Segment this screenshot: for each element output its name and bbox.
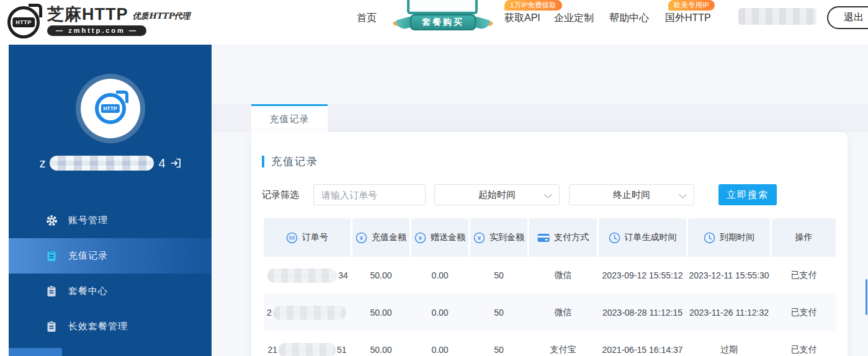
start-time-value: 起始时间: [478, 189, 516, 201]
badge-foreign-ip: 欧美专用IP: [668, 0, 715, 11]
main-content: 充值记录 充值记录 记录筛选 起始时间 终止时间 立即搜索: [212, 45, 868, 356]
end-time-select[interactable]: 终止时间: [569, 184, 694, 205]
avatar-ring: HTTP: [76, 74, 145, 143]
filter-label: 记录筛选: [262, 189, 299, 201]
sidebar-item-label: 账号管理: [68, 215, 108, 226]
credit-card-icon: [537, 233, 550, 243]
gear-icon: [45, 214, 58, 227]
end-time-value: 终止时间: [613, 189, 650, 201]
cell-recharge: 50.00: [352, 331, 409, 356]
cell-created: 2021-06-15 16:14:37: [599, 331, 686, 356]
col-label: 赠送金额: [431, 232, 465, 243]
cell-expire: 2023-11-26 11:12:32: [688, 294, 770, 331]
brand-logo-http-label: HTTP: [12, 17, 35, 27]
scrollbar-thumb[interactable]: [866, 279, 867, 315]
brand-domain: — zmhttp.com —: [47, 25, 146, 36]
order-prefix: 2: [267, 308, 272, 318]
username-prefix: z: [39, 156, 45, 171]
cell-gift: 0.00: [411, 331, 468, 356]
logout-button[interactable]: 退出: [827, 6, 868, 29]
cell-order-number: 21 51: [264, 331, 351, 356]
col-label: 实到金额: [490, 232, 524, 243]
order-prefix: 21: [267, 345, 277, 355]
barcode-circle-icon: [286, 232, 298, 244]
nav-get-api[interactable]: 获取API: [504, 12, 540, 25]
sidebar-item-label: 长效套餐管理: [68, 321, 128, 332]
order-number-input[interactable]: [313, 184, 426, 205]
col-created-time: 订单生成时间: [599, 218, 686, 257]
col-order-number: 订单号: [264, 218, 351, 257]
cell-received: 50: [470, 257, 527, 294]
section-title: 充值记录: [271, 154, 318, 169]
col-recharge-amount: ¥ 充值金额: [352, 218, 409, 257]
chevron-down-icon: [544, 190, 552, 198]
col-label: 充值金额: [372, 232, 406, 243]
nav-package-purchase[interactable]: 套餐购买: [410, 14, 476, 30]
cell-status: 已支付: [772, 257, 836, 294]
cell-order-number: 2: [264, 294, 351, 331]
cell-method: 微信: [529, 294, 597, 331]
sidebar-item-longterm-packages[interactable]: 长效套餐管理: [9, 309, 212, 344]
document-icon: [45, 321, 58, 332]
filter-row: 记录筛选 起始时间 终止时间 立即搜索: [262, 184, 835, 205]
order-suffix: 34: [338, 270, 348, 280]
order-number-blurred: [267, 269, 337, 283]
nav-help-center[interactable]: 帮助中心: [609, 12, 649, 25]
sidebar-menu: 账号管理 充值记录 套餐中心: [9, 203, 212, 344]
tab-recharge-records[interactable]: 充值记录: [251, 104, 328, 132]
badge-free-ip: 1万IP免费提取: [504, 0, 562, 11]
start-time-select[interactable]: 起始时间: [434, 184, 560, 205]
brand-logo-icon: HTTP: [7, 6, 40, 38]
col-label: 操作: [795, 232, 813, 243]
svg-text:¥: ¥: [419, 234, 423, 241]
cell-method: 微信: [529, 257, 597, 294]
brand-name: 芝麻HTTP: [47, 5, 128, 24]
brand-logo[interactable]: HTTP 芝麻HTTP 优质HTTP代理 — zmhttp.com —: [7, 5, 190, 38]
sidebar-partial-item: [9, 348, 62, 356]
yen-circle-icon: ¥: [356, 232, 367, 244]
username-blurred: [50, 156, 154, 171]
col-label: 订单生成时间: [625, 232, 677, 243]
card-title-row: 充值记录: [262, 154, 318, 169]
cell-received: 50: [470, 294, 527, 331]
document-icon: [45, 285, 58, 297]
avatar: HTTP: [81, 79, 140, 138]
brand-text-block: 芝麻HTTP 优质HTTP代理 — zmhttp.com —: [47, 5, 190, 38]
nav-foreign-http[interactable]: 国外HTTP: [665, 12, 711, 25]
col-label: 订单号: [302, 232, 328, 243]
sidebar-item-account[interactable]: 账号管理: [9, 203, 212, 238]
sidebar-item-label: 套餐中心: [68, 285, 108, 297]
table-header-row: 订单号 ¥ 充值金额 ¥: [264, 218, 836, 257]
brand-tagline: 优质HTTP代理: [133, 11, 190, 24]
col-gift-amount: ¥ 赠送金额: [411, 218, 468, 257]
sidebar-user-row: z 4: [9, 156, 212, 171]
logout-icon[interactable]: [170, 158, 181, 168]
cell-gift: 0.00: [411, 257, 468, 294]
nav-home[interactable]: 首页: [357, 12, 377, 25]
svg-text:¥: ¥: [478, 234, 481, 241]
yen-circle-icon: ¥: [414, 232, 426, 244]
nav-enterprise[interactable]: 企业定制: [554, 12, 594, 25]
cell-received: 50: [470, 331, 527, 356]
yen-circle-icon: ¥: [473, 232, 485, 244]
tab-band: 充值记录: [212, 104, 868, 132]
sidebar-item-package-center[interactable]: 套餐中心: [9, 274, 212, 309]
cell-created: 2023-09-12 15:55:12: [599, 257, 686, 294]
cell-recharge: 50.00: [352, 257, 409, 294]
nav-package-purchase-graphic[interactable]: 套餐购买: [397, 0, 489, 33]
avatar-http-label: HTTP: [101, 104, 119, 113]
col-label: 到期时间: [720, 232, 754, 243]
order-number-blurred: [273, 306, 346, 320]
cell-expire: 2023-12-11 15:55:30: [688, 257, 770, 294]
clock-icon: [609, 232, 620, 244]
cell-created: 2023-08-28 11:12:15: [599, 294, 686, 331]
table-row: 34 50.00 0.00 50 微信 2023-09-12 15:55:12 …: [264, 257, 836, 294]
search-button[interactable]: 立即搜索: [718, 184, 777, 205]
cell-recharge: 50.00: [352, 294, 409, 331]
col-operation: 操作: [772, 218, 836, 257]
username-blurred: [738, 8, 817, 25]
svg-text:¥: ¥: [360, 234, 364, 241]
cell-status: 已支付: [772, 331, 836, 356]
col-label: 支付方式: [554, 232, 589, 243]
sidebar-item-recharge-records[interactable]: 充值记录: [9, 238, 212, 274]
